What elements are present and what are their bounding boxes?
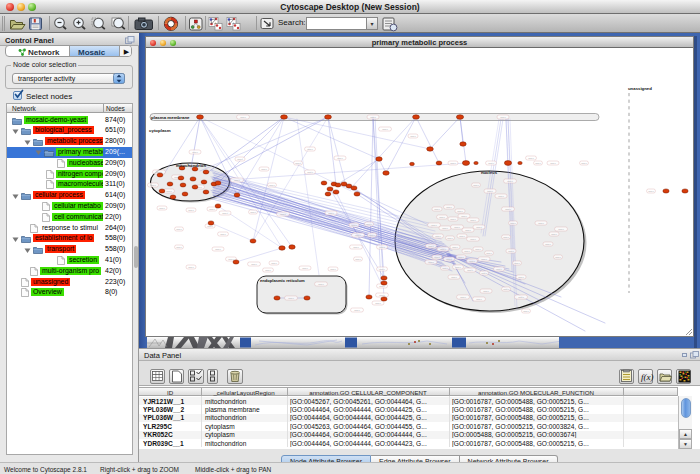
- svg-text:GO:0: GO:0: [439, 216, 445, 218]
- svg-text:GO:0: GO:0: [222, 212, 228, 214]
- svg-text:f(x): f(x): [641, 372, 654, 382]
- svg-text:GO:0: GO:0: [240, 116, 246, 118]
- svg-text:GO:0: GO:0: [330, 268, 336, 270]
- svg-text:GO:0: GO:0: [237, 158, 243, 160]
- svg-text:GO:0: GO:0: [581, 162, 587, 164]
- svg-text:GO:0: GO:0: [355, 234, 361, 236]
- svg-text:GO:0: GO:0: [150, 184, 156, 186]
- svg-text:GO:0: GO:0: [528, 157, 534, 159]
- svg-text:GO:0: GO:0: [469, 260, 475, 262]
- svg-text:GO:0: GO:0: [188, 266, 194, 268]
- svg-text:GO:0: GO:0: [442, 267, 448, 269]
- svg-text:GO:0: GO:0: [551, 233, 557, 235]
- svg-text:GO:0: GO:0: [192, 151, 198, 153]
- svg-text:GO:0: GO:0: [455, 266, 461, 268]
- svg-text:GO:0: GO:0: [434, 256, 440, 258]
- svg-text:GO:0: GO:0: [228, 258, 234, 260]
- svg-text:GO:0: GO:0: [234, 179, 240, 181]
- svg-text:GO:0: GO:0: [265, 269, 271, 271]
- svg-text:GO:0: GO:0: [481, 272, 487, 274]
- svg-text:GO:0: GO:0: [464, 250, 470, 252]
- svg-text:GO:0: GO:0: [442, 227, 448, 229]
- svg-text:GO:0: GO:0: [354, 309, 360, 311]
- svg-text:GO:0: GO:0: [458, 256, 464, 258]
- svg-text:GO:0: GO:0: [353, 246, 359, 248]
- svg-text:GO:0: GO:0: [379, 246, 385, 248]
- svg-text:GO:0: GO:0: [459, 235, 465, 237]
- svg-text:GO:0: GO:0: [555, 256, 561, 258]
- svg-text:GO:0: GO:0: [503, 288, 509, 290]
- svg-text:GO:0: GO:0: [648, 190, 654, 192]
- svg-text:GO:0: GO:0: [518, 276, 524, 278]
- svg-text:GO:0: GO:0: [209, 208, 215, 210]
- svg-text:GO:0: GO:0: [269, 184, 275, 186]
- svg-text:GO:0: GO:0: [431, 224, 437, 226]
- svg-text:GO:0: GO:0: [215, 248, 221, 250]
- svg-text:GO:0: GO:0: [503, 236, 509, 238]
- svg-text:GO:0: GO:0: [328, 212, 334, 214]
- svg-text:GO:0: GO:0: [271, 262, 277, 264]
- svg-text:GO:0: GO:0: [369, 234, 375, 236]
- svg-text:GO:0: GO:0: [460, 296, 466, 298]
- svg-text:GO:0: GO:0: [523, 310, 529, 312]
- svg-text:GO:0: GO:0: [447, 237, 453, 239]
- svg-text:GO:0: GO:0: [450, 218, 456, 220]
- svg-text:GO:0: GO:0: [465, 229, 471, 231]
- svg-text:GO:0: GO:0: [379, 268, 385, 270]
- svg-text:GO:0: GO:0: [476, 298, 482, 300]
- svg-text:unassigned: unassigned: [628, 86, 652, 91]
- svg-text:GO:0: GO:0: [261, 168, 267, 170]
- svg-text:GO:0: GO:0: [375, 302, 381, 304]
- svg-text:GO:0: GO:0: [220, 233, 226, 235]
- svg-text:GO:0: GO:0: [496, 268, 502, 270]
- svg-text:GO:0: GO:0: [486, 252, 492, 254]
- svg-text:GO:0: GO:0: [475, 248, 481, 250]
- svg-text:GO:0: GO:0: [307, 148, 313, 150]
- svg-text:GO:0: GO:0: [382, 128, 388, 130]
- svg-text:plasma membrane: plasma membrane: [151, 115, 190, 120]
- svg-text:GO:0: GO:0: [434, 208, 440, 210]
- svg-text:GO:0: GO:0: [428, 245, 434, 247]
- svg-text:GO:0: GO:0: [545, 243, 551, 245]
- svg-text:GO:0: GO:0: [514, 262, 520, 264]
- svg-text:GO:0: GO:0: [435, 235, 441, 237]
- svg-text:GO:0: GO:0: [410, 135, 416, 137]
- svg-text:GO:0: GO:0: [280, 213, 286, 215]
- svg-text:GO:0: GO:0: [487, 190, 493, 192]
- svg-text:GO:0: GO:0: [508, 250, 514, 252]
- svg-text:GO:0: GO:0: [457, 210, 463, 212]
- svg-text:GO:0: GO:0: [288, 297, 294, 299]
- svg-text:GO:0: GO:0: [351, 224, 357, 226]
- svg-text:GO:0: GO:0: [461, 215, 467, 217]
- svg-text:GO:0: GO:0: [518, 296, 524, 298]
- svg-text:GO:0: GO:0: [446, 206, 452, 208]
- svg-text:GO:0: GO:0: [535, 162, 541, 164]
- svg-text:GO:0: GO:0: [481, 258, 487, 260]
- svg-text:GO:0: GO:0: [467, 269, 473, 271]
- svg-text:GO:0: GO:0: [505, 208, 511, 210]
- svg-text:GO:0: GO:0: [498, 195, 504, 197]
- svg-text:GO:0: GO:0: [452, 246, 458, 248]
- svg-text:GO:0: GO:0: [550, 162, 556, 164]
- svg-text:GO:0: GO:0: [251, 263, 257, 265]
- svg-text:GO:0: GO:0: [355, 258, 361, 260]
- svg-text:GO:0: GO:0: [454, 226, 460, 228]
- svg-text:endoplasmic reticulum: endoplasmic reticulum: [260, 278, 305, 283]
- svg-text:GO:0: GO:0: [470, 219, 476, 221]
- svg-text:mitochondrion: mitochondrion: [176, 163, 206, 168]
- svg-text:GO:0: GO:0: [510, 222, 516, 224]
- svg-text:cytoplasm: cytoplasm: [149, 128, 171, 133]
- svg-text:GO:0: GO:0: [488, 162, 494, 164]
- svg-text:GO:0: GO:0: [159, 207, 165, 209]
- svg-text:GO:0: GO:0: [483, 290, 489, 292]
- svg-text:GO:0: GO:0: [451, 276, 457, 278]
- svg-text:GO:0: GO:0: [176, 228, 182, 230]
- svg-text:GO:0: GO:0: [446, 258, 452, 260]
- svg-text:GO:0: GO:0: [188, 209, 194, 211]
- svg-text:GO:0: GO:0: [295, 162, 301, 164]
- svg-text:GO:0: GO:0: [476, 226, 482, 228]
- svg-text:GO:0: GO:0: [500, 116, 506, 118]
- svg-text:GO:0: GO:0: [176, 246, 182, 248]
- svg-text:GO:0: GO:0: [366, 223, 372, 225]
- svg-text:GO:0: GO:0: [156, 171, 162, 173]
